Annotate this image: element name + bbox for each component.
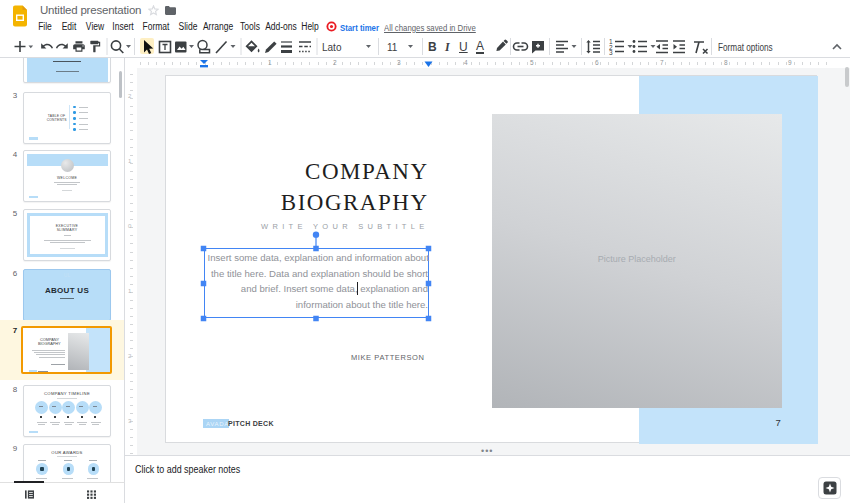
svg-text:3: 3 (609, 49, 613, 56)
